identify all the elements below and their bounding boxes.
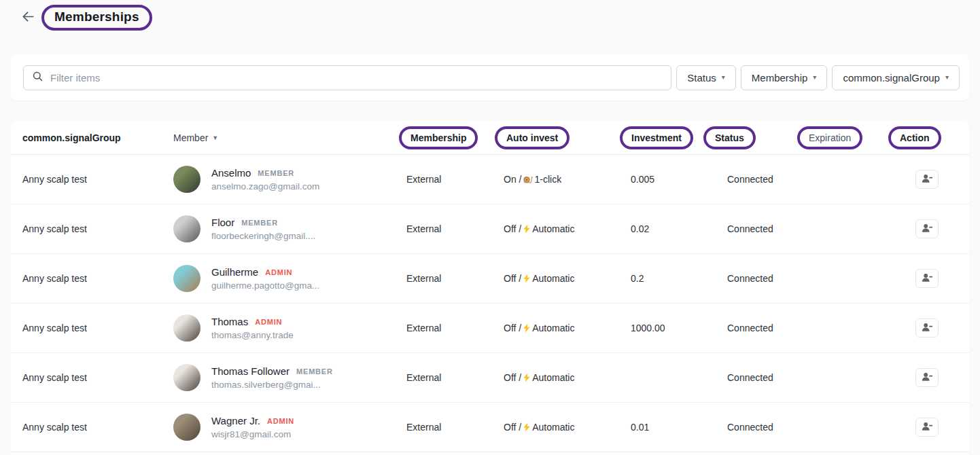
person-remove-icon: [921, 371, 933, 384]
column-header-member[interactable]: Member ▼: [173, 132, 406, 143]
action-cell: [915, 219, 958, 238]
investment-cell: 0.005: [631, 174, 727, 185]
auto-invest-cell: On / 1-click: [504, 174, 631, 185]
auto-invest-mode: Automatic: [532, 273, 574, 284]
member-name: Thomas: [211, 316, 248, 327]
role-badge: ADMIN: [265, 268, 292, 276]
action-cell: [915, 318, 958, 338]
search-input[interactable]: [50, 72, 663, 84]
member-cell: Anselmo MEMBER anselmo.zago@gmail.com: [173, 166, 406, 193]
expiration-header-annotation: Expiration: [797, 126, 862, 149]
status-cell: Connected: [727, 223, 819, 234]
action-header-annotation: Action: [888, 126, 941, 149]
remove-member-button[interactable]: [915, 170, 939, 189]
auto-invest-mode: Automatic: [532, 223, 574, 234]
lightning-icon: [523, 274, 531, 283]
column-header-membership: Membership: [406, 126, 504, 149]
group-cell: Anny scalp test: [22, 422, 173, 433]
lightning-icon: [523, 323, 531, 333]
avatar: [173, 314, 200, 342]
membership-header-annotation: Membership: [399, 126, 478, 149]
remove-member-button[interactable]: [915, 219, 939, 238]
role-badge: ADMIN: [267, 417, 294, 425]
auto-invest-header-annotation: Auto invest: [495, 126, 570, 149]
group-cell: Anny scalp test: [22, 323, 173, 333]
auto-invest-state: Off /: [504, 223, 521, 234]
member-info: Floor MEMBER floorbeckeringh@gmail....: [211, 217, 315, 241]
membership-cell: External: [406, 372, 504, 383]
page-title: Memberships: [54, 10, 139, 24]
auto-invest-state: On /: [504, 174, 521, 185]
top-bar: Memberships: [0, 0, 980, 31]
membership-filter-dropdown[interactable]: Membership ▾: [741, 65, 828, 90]
status-cell: Connected: [727, 174, 819, 185]
table-row: Anny scalp test Guilherme ADMIN guilherm…: [11, 254, 969, 304]
table-row: Anny scalp test Wagner Jr. ADMIN wisjr81…: [11, 403, 969, 452]
action-cell: [915, 418, 958, 437]
arrow-left-icon: [20, 9, 36, 27]
auto-invest-mode: Automatic: [532, 323, 574, 333]
member-name: Anselmo: [211, 167, 251, 179]
person-remove-icon: [921, 272, 933, 285]
search-box[interactable]: [23, 65, 671, 90]
table-row: Anny scalp test Floor MEMBER floorbecker…: [11, 204, 969, 254]
member-info: Wagner Jr. ADMIN wisjr81@gmail.com: [211, 415, 294, 439]
action-cell: [915, 170, 958, 189]
member-cell: Thomas Follower MEMBER thomas.silverberg…: [173, 364, 406, 391]
investment-cell: 0.2: [631, 273, 727, 284]
member-info: Anselmo MEMBER anselmo.zago@gmail.com: [211, 167, 319, 192]
status-cell: Connected: [727, 372, 819, 383]
member-cell: Guilherme ADMIN guilherme.pagotto@gma...: [173, 265, 406, 292]
investment-cell: 0.02: [631, 223, 727, 234]
status-filter-dropdown[interactable]: Status ▾: [676, 65, 736, 90]
member-cell: Floor MEMBER floorbeckeringh@gmail....: [173, 215, 406, 242]
caret-down-icon: ▾: [813, 74, 816, 81]
investment-cell: 0.01: [631, 422, 727, 433]
remove-member-button[interactable]: [915, 318, 939, 338]
group-cell: Anny scalp test: [22, 273, 173, 284]
auto-invest-mode: 1-click: [534, 174, 561, 185]
member-info: Guilherme ADMIN guilherme.pagotto@gma...: [211, 266, 319, 291]
group-cell: Anny scalp test: [22, 174, 173, 185]
investment-cell: 1000.00: [631, 323, 727, 333]
auto-invest-cell: Off / Automatic: [504, 273, 631, 284]
table-header-row: common.signalGroup Member ▼ Membership A…: [11, 121, 969, 155]
column-header-group: common.signalGroup: [22, 132, 173, 143]
remove-member-button[interactable]: [915, 418, 939, 437]
column-header-auto-invest: Auto invest: [504, 126, 631, 149]
member-name: Floor: [211, 217, 234, 228]
back-button[interactable]: [18, 8, 37, 27]
membership-filter-label: Membership: [752, 72, 808, 84]
role-badge: MEMBER: [241, 219, 278, 227]
member-name: Thomas Follower: [211, 365, 290, 377]
search-icon: [32, 71, 43, 85]
member-email: thomas.silverberg@gmai...: [211, 380, 333, 390]
title-annotation: Memberships: [41, 5, 152, 31]
signalgroup-filter-dropdown[interactable]: common.signalGroup ▾: [832, 65, 960, 90]
member-cell: Wagner Jr. ADMIN wisjr81@gmail.com: [173, 414, 406, 441]
member-info: Thomas Follower MEMBER thomas.silverberg…: [211, 365, 333, 390]
auto-invest-cell: Off / Automatic: [504, 372, 631, 383]
avatar: [173, 364, 200, 391]
membership-cell: External: [406, 223, 504, 234]
filter-bar: Status ▾ Membership ▾ common.signalGroup…: [11, 54, 969, 101]
role-badge: MEMBER: [258, 169, 294, 177]
auto-invest-state: Off /: [504, 273, 521, 284]
action-cell: [915, 368, 958, 387]
lightning-icon: [523, 422, 531, 432]
caret-down-icon: ▾: [722, 74, 725, 81]
auto-invest-cell: Off / Automatic: [504, 223, 631, 234]
avatar: [173, 265, 200, 292]
remove-member-button[interactable]: [915, 269, 939, 288]
lightning-icon: [523, 373, 531, 382]
status-header-annotation: Status: [703, 126, 756, 149]
table-row: Anny scalp test Thomas ADMIN thomas@anny…: [11, 304, 969, 353]
status-cell: Connected: [727, 323, 819, 333]
snail-icon: [523, 175, 533, 184]
remove-member-button[interactable]: [915, 368, 939, 387]
memberships-table: common.signalGroup Member ▼ Membership A…: [11, 121, 969, 455]
avatar: [173, 215, 200, 242]
person-remove-icon: [921, 322, 933, 335]
member-email: thomas@anny.trade: [211, 330, 294, 340]
status-cell: Connected: [727, 422, 819, 433]
